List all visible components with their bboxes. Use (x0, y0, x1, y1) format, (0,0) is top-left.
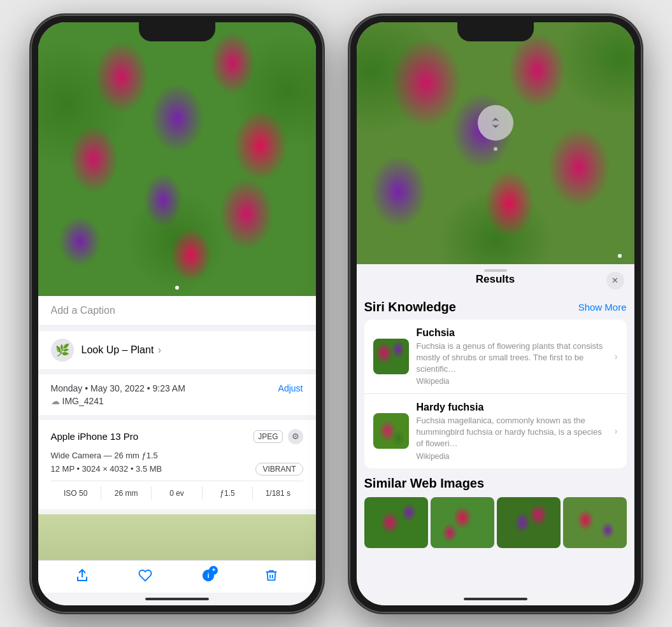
fuchsia-thumbnail (373, 339, 409, 374)
right-photo-dots (618, 254, 622, 258)
siri-knowledge-title: Siri Knowledge (364, 300, 456, 314)
info-notification-badge: ✦ (209, 566, 218, 575)
map-section[interactable] (38, 514, 316, 565)
exif-shutter: 1/181 s (253, 486, 303, 500)
drag-handle[interactable] (484, 269, 507, 272)
photo-info-content: Add a Caption 🌿 Look Up – Plant › (38, 296, 316, 605)
hardy-fuchsia-description: Fuchsia magellanica, commonly known as t… (417, 415, 607, 450)
results-content: Siri Knowledge Show More Fuchsia Fuchsia… (357, 292, 634, 605)
left-screen: Add a Caption 🌿 Look Up – Plant › (38, 22, 316, 605)
right-dot-1 (618, 254, 622, 258)
camera-spec: Wide Camera — 26 mm ƒ1.5 (51, 451, 303, 460)
similar-images-section: Similar Web Images (364, 476, 627, 548)
fuchsia-description: Fuchsia is a genus of flowering plants t… (417, 341, 607, 376)
similar-images-title: Similar Web Images (364, 476, 627, 491)
leaf-icon: 🌿 (55, 343, 69, 357)
lookup-icon-circle: 🌿 (51, 339, 74, 362)
info-button[interactable]: i ✦ (201, 568, 215, 586)
lookup-subject: Plant (131, 344, 154, 355)
similar-image-3[interactable] (497, 497, 561, 548)
exif-ev: 0 ev (152, 486, 202, 500)
fuchsia-chevron-icon: › (615, 351, 618, 362)
knowledge-item-hardy-fuchsia[interactable]: Hardy fuchsia Fuchsia magellanica, commo… (364, 394, 627, 468)
flower-image (38, 22, 316, 296)
home-indicator (145, 598, 209, 600)
hardy-fuchsia-name: Hardy fuchsia (417, 402, 607, 413)
results-header: Results ✕ (357, 264, 634, 292)
hardy-fuchsia-chevron-icon: › (615, 426, 618, 436)
exif-row: ISO 50 26 mm 0 ev ƒ1.5 1/181 s (51, 481, 303, 500)
cloud-icon: ☁ (51, 396, 60, 406)
exif-focal: 26 mm (101, 486, 152, 500)
map-background (38, 514, 316, 565)
left-phone: Add a Caption 🌿 Look Up – Plant › (31, 15, 324, 613)
lookup-label: Look Up – Plant › (82, 344, 162, 356)
date-text: Monday • May 30, 2022 • 9:23 AM (51, 383, 185, 393)
filename-row: ☁ IMG_4241 (51, 396, 303, 406)
exif-iso: ISO 50 (51, 486, 101, 500)
right-screen: Results ✕ Siri Knowledge Show More (357, 22, 634, 605)
photo-area (38, 22, 316, 296)
delete-button[interactable] (264, 568, 278, 586)
hardy-fuchsia-text: Hardy fuchsia Fuchsia magellanica, commo… (417, 402, 607, 461)
fuchsia-source: Wikipedia (417, 377, 607, 386)
home-indicator-right (464, 598, 527, 600)
fuchsia-text: Fuchsia Fuchsia is a genus of flowering … (417, 327, 607, 386)
right-phone: Results ✕ Siri Knowledge Show More (349, 15, 642, 613)
siri-knowledge-header: Siri Knowledge Show More (364, 292, 627, 320)
lookup-row[interactable]: 🌿 Look Up – Plant › (38, 331, 316, 369)
notch (139, 22, 215, 41)
device-header: Apple iPhone 13 Pro JPEG ⚙ (51, 429, 303, 444)
gear-icon[interactable]: ⚙ (288, 429, 303, 444)
share-button[interactable] (75, 568, 89, 586)
hardy-fuchsia-source: Wikipedia (417, 452, 607, 461)
fuchsia-name: Fuchsia (417, 327, 607, 339)
knowledge-card: Fuchsia Fuchsia is a genus of flowering … (364, 320, 627, 468)
adjust-button[interactable]: Adjust (278, 383, 303, 393)
exif-aperture: ƒ1.5 (203, 486, 253, 500)
main-container: Add a Caption 🌿 Look Up – Plant › (18, 2, 655, 626)
right-flower-image (357, 22, 634, 264)
mp-text: 12 MP • 3024 × 4032 • 3.5 MB (51, 464, 162, 474)
device-name: Apple iPhone 13 Pro (51, 431, 139, 442)
close-button[interactable]: ✕ (606, 272, 624, 290)
lookup-chevron-icon: › (158, 344, 161, 355)
mp-row: 12 MP • 3024 × 4032 • 3.5 MB VIBRANT (51, 463, 303, 476)
notch-right (457, 22, 534, 41)
similar-image-2[interactable] (431, 497, 494, 548)
photo-dots (175, 286, 179, 290)
caption-placeholder: Add a Caption (51, 305, 115, 316)
favorite-button[interactable] (138, 568, 152, 586)
hardy-fuchsia-thumbnail (373, 413, 409, 449)
right-photo-area (357, 22, 634, 264)
similar-images-grid (364, 497, 627, 548)
results-panel: Results ✕ Siri Knowledge Show More (357, 264, 634, 605)
knowledge-item-fuchsia[interactable]: Fuchsia Fuchsia is a genus of flowering … (364, 320, 627, 395)
bottom-toolbar: i ✦ (38, 560, 316, 593)
date-row: Monday • May 30, 2022 • 9:23 AM Adjust (51, 383, 303, 393)
date-info-section: Monday • May 30, 2022 • 9:23 AM Adjust ☁… (38, 374, 316, 415)
filename-text: IMG_4241 (62, 396, 104, 406)
results-title: Results (476, 273, 515, 286)
dot-1 (175, 286, 179, 290)
format-badge: JPEG (254, 430, 282, 443)
device-badges: JPEG ⚙ (254, 429, 303, 444)
visual-intelligence-button[interactable] (478, 105, 513, 141)
caption-area[interactable]: Add a Caption (38, 296, 316, 326)
device-section: Apple iPhone 13 Pro JPEG ⚙ Wide Camera —… (38, 420, 316, 509)
similar-image-4[interactable] (563, 497, 627, 548)
similar-image-1[interactable] (364, 497, 428, 548)
vibrant-badge: VIBRANT (255, 463, 303, 476)
show-more-button[interactable]: Show More (578, 302, 627, 313)
